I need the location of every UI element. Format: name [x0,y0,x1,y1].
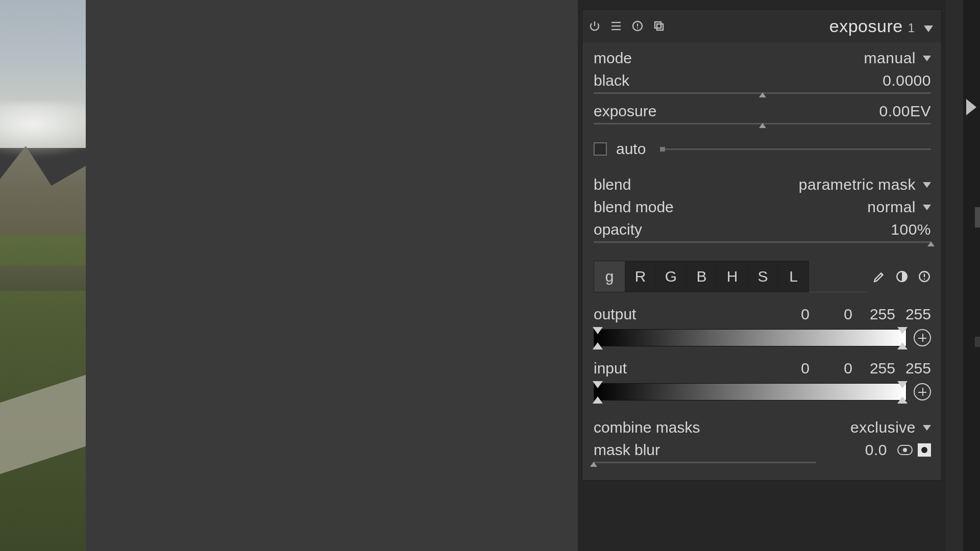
output-handle-low[interactable] [592,328,603,348]
blend-label: blend [594,176,631,193]
scrollbar-gutter [946,0,963,551]
svg-point-11 [924,279,925,280]
exposure-value: 0.00EV [879,103,931,120]
output-v3: 255 [895,306,931,323]
exposure-slider[interactable] [594,122,931,128]
input-v0: 0 [767,360,810,377]
input-gradient-slider[interactable] [594,383,906,400]
channel-tab-b[interactable]: B [686,261,717,292]
opacity-value: 100% [891,221,931,238]
black-label: black [594,72,629,89]
output-handle-high[interactable] [897,328,908,348]
input-label: input [594,360,627,377]
mask-blur-slider[interactable] [594,461,816,467]
output-v0: 0 [767,306,810,323]
panel-collapse-strip[interactable] [963,0,980,551]
right-panel: exposure 1 mode manual black 0.0000 [578,0,946,551]
opacity-label: opacity [594,221,642,238]
exposure-module: exposure 1 mode manual black 0.0000 [582,9,942,481]
mask-blur-row: mask blur 0.0 [594,441,931,459]
input-v1: 0 [810,360,852,377]
mask-indicator-icon[interactable] [918,443,931,457]
input-handle-low[interactable] [592,382,603,403]
mask-blur-value: 0.0 [865,441,887,459]
image-preview-sliver [0,0,86,551]
input-polarity-button[interactable] [914,383,931,400]
reset-icon[interactable] [630,19,645,33]
collapse-icon[interactable] [924,26,933,32]
exposure-row: exposure 0.00EV [594,103,931,120]
opacity-slider[interactable] [594,240,931,246]
output-block: output 0 0 255 255 [594,306,931,346]
chevron-down-icon [923,425,931,431]
output-v1: 0 [810,306,852,323]
mode-label: mode [594,49,632,67]
blend-mode-label: blend mode [594,198,674,216]
channel-tab-r[interactable]: R [625,261,655,292]
output-v2: 255 [852,306,895,323]
darkroom-canvas[interactable] [86,0,578,551]
blend-mode-value: normal [867,198,916,216]
output-gradient-slider[interactable] [594,329,906,346]
power-icon[interactable] [587,19,602,33]
module-instance-number: 1 [908,21,915,35]
module-header[interactable]: exposure 1 [582,10,941,42]
input-v3: 255 [895,360,931,377]
chevron-down-icon [923,56,931,61]
auto-checkbox[interactable] [594,142,607,156]
output-label: output [594,306,636,323]
channel-tab-l[interactable]: L [778,261,808,292]
presets-icon[interactable] [652,19,666,33]
channel-tabs: gRGBHSL [594,261,809,292]
channel-tab-h[interactable]: H [717,261,747,292]
input-block: input 0 0 255 255 [594,360,931,400]
opacity-row: opacity 100% [594,221,931,238]
black-slider[interactable] [594,91,931,97]
exposure-label: exposure [594,103,656,120]
channel-tab-g[interactable]: G [655,261,686,292]
multi-instance-icon[interactable] [609,19,623,33]
channel-tabs-row: gRGBHSL [594,261,931,292]
black-row: black 0.0000 [594,72,931,89]
channel-tab-g[interactable]: g [594,261,625,292]
combine-row[interactable]: combine masks exclusive [594,419,931,436]
chevron-down-icon [923,182,931,188]
input-handle-high[interactable] [897,382,908,403]
svg-rect-7 [657,24,663,30]
svg-rect-4 [637,23,638,27]
mask-blur-label: mask blur [594,441,660,459]
combine-value: exclusive [850,419,916,436]
output-polarity-button[interactable] [914,329,931,346]
reset-channel-icon[interactable] [918,270,931,283]
mode-value: manual [864,49,916,67]
mode-row[interactable]: mode manual [594,49,931,67]
blend-value: parametric mask [799,176,916,193]
invert-icon[interactable] [895,270,909,283]
blend-row[interactable]: blend parametric mask [594,176,931,193]
input-v2: 255 [852,360,895,377]
channel-tab-s[interactable]: S [747,261,778,292]
chevron-down-icon [923,205,931,210]
svg-rect-6 [655,22,661,28]
color-picker-icon[interactable] [873,270,886,283]
black-value: 0.0000 [883,72,931,89]
svg-rect-5 [637,28,638,29]
show-mask-icon[interactable] [897,445,913,455]
module-title: exposure [829,16,903,36]
scrollbar-thumb[interactable] [975,337,980,347]
auto-row: auto [594,140,931,158]
auto-percentile-slider[interactable] [660,148,931,150]
auto-label: auto [616,140,646,158]
scrollbar-segment[interactable] [975,207,980,228]
combine-label: combine masks [594,419,700,436]
blend-mode-row[interactable]: blend mode normal [594,198,931,216]
panel-collapse-icon[interactable] [966,99,976,115]
